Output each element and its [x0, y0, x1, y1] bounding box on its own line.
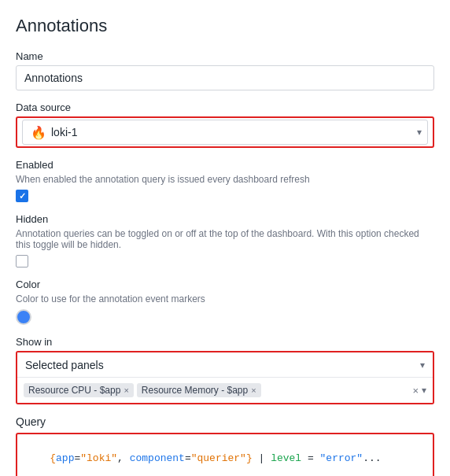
- query-comma1: ,: [117, 452, 130, 464]
- datasource-field-group: Data source 🔥 loki-1 ▾: [16, 101, 434, 148]
- query-key-component: component: [130, 452, 185, 464]
- color-label: Color: [16, 279, 434, 290]
- enabled-label: Enabled: [16, 159, 434, 171]
- query-key-app: app: [56, 452, 74, 464]
- query-section: Query {app="loki", component="querier"} …: [16, 415, 434, 476]
- datasource-value[interactable]: 🔥 loki-1: [22, 120, 428, 145]
- hidden-checkbox-wrapper: [16, 255, 434, 268]
- query-brace-open: {: [50, 452, 56, 464]
- show-in-section: Selected panels ▾ Resource CPU - $app × …: [16, 351, 434, 404]
- enabled-field-group: Enabled When enabled the annotation quer…: [16, 159, 434, 202]
- hidden-desc: Annotation queries can be toggled on or …: [16, 228, 434, 250]
- panel-tag-cpu: Resource CPU - $app ×: [24, 383, 134, 397]
- enabled-checkbox-wrapper: [16, 190, 434, 202]
- color-field-group: Color Color to use for the annotation ev…: [16, 279, 434, 325]
- show-in-select-row[interactable]: Selected panels ▾: [17, 352, 433, 378]
- hidden-checkbox[interactable]: [16, 255, 28, 268]
- query-ellipsis: ...: [363, 452, 381, 464]
- query-brace-close: }: [246, 452, 253, 464]
- name-label: Name: [16, 50, 434, 62]
- query-val-component: "querier": [191, 452, 246, 464]
- datasource-name: loki-1: [51, 126, 77, 138]
- panel-tag-memory: Resource Memory - $app ×: [137, 383, 261, 397]
- tags-chevron-icon[interactable]: ▾: [422, 385, 426, 396]
- panel-tag-cpu-label: Resource CPU - $app: [28, 385, 120, 396]
- panel-tag-memory-label: Resource Memory - $app: [142, 385, 248, 396]
- tags-clear-icon[interactable]: ×: [412, 385, 419, 397]
- name-input[interactable]: [16, 65, 434, 90]
- tags-actions: × ▾: [412, 385, 426, 397]
- datasource-select-wrapper[interactable]: 🔥 loki-1 ▾: [16, 116, 434, 148]
- query-level-val: "error": [320, 452, 363, 464]
- panel-tag-memory-remove[interactable]: ×: [251, 386, 256, 395]
- show-in-label: Show in: [16, 336, 434, 348]
- color-desc: Color to use for the annotation event ma…: [16, 293, 434, 304]
- color-picker[interactable]: [16, 309, 31, 325]
- hidden-field-group: Hidden Annotation queries can be toggled…: [16, 213, 434, 268]
- query-val-app: "loki": [80, 452, 117, 464]
- page-title: Annotations: [16, 16, 434, 36]
- show-in-field-group: Show in Selected panels ▾ Resource CPU -…: [16, 336, 434, 404]
- show-in-chevron-icon: ▾: [420, 360, 425, 371]
- datasource-selector[interactable]: 🔥 loki-1 ▾: [22, 120, 428, 145]
- hidden-label: Hidden: [16, 213, 434, 225]
- query-label: Query: [16, 415, 434, 428]
- enabled-checkbox[interactable]: [16, 190, 28, 202]
- selected-panels-row: Resource CPU - $app × Resource Memory - …: [17, 378, 433, 403]
- enabled-desc: When enabled the annotation query is iss…: [16, 174, 434, 185]
- query-pipe: |: [253, 452, 271, 464]
- query-editor[interactable]: {app="loki", component="querier"} | leve…: [16, 433, 434, 476]
- panel-tag-cpu-remove[interactable]: ×: [124, 386, 128, 395]
- datasource-label: Data source: [16, 101, 434, 113]
- show-in-value: Selected panels: [25, 359, 104, 371]
- loki-icon: 🔥: [31, 125, 46, 140]
- query-space1: =: [301, 452, 319, 464]
- query-eq2: =: [185, 452, 191, 464]
- query-level-key: level: [271, 452, 301, 464]
- name-field-group: Name: [16, 50, 434, 90]
